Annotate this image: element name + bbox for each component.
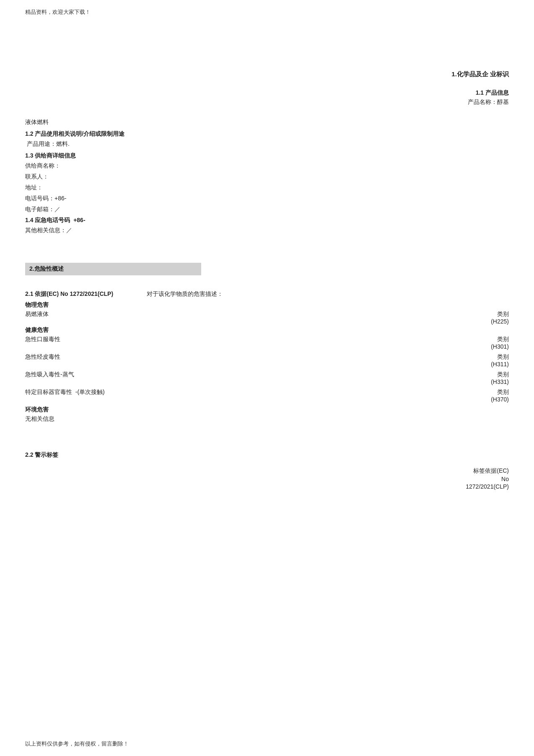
section2-title: 2.危险性概述 [25, 263, 201, 275]
acute-oral-category: 类别 (H301) [459, 336, 509, 350]
flammable-liquid-row: 易燃液体 类别 (H225) [25, 311, 509, 325]
contact-label: 联系人： [25, 173, 509, 181]
flammable-liquid-label: 易燃液体 [25, 311, 101, 325]
liquid-fuel: 液体燃料 [25, 119, 509, 126]
subsection21-right-text: 对于该化学物质的危害描述： [147, 290, 223, 298]
product-name-value: 醇基 [497, 98, 509, 105]
label-basis-label: 标签依据(EC) [473, 467, 509, 475]
acute-dermal-row: 急性经皮毒性 类别 (H311) [25, 353, 509, 368]
bottom-notice: 以上资料仅供参考，如有侵权，留言删除！ [25, 740, 129, 748]
acute-oral-label: 急性口服毒性 [25, 336, 101, 350]
stot-row: 特定目标器官毒性 -(单次接触) 类别 (H370) [25, 388, 509, 403]
subsection13-title: 1.3 供给商详细信息 [25, 152, 509, 160]
top-notice: 精品资料，欢迎大家下载！ [25, 8, 509, 16]
subsection21-title: 2.1 依据(EC) No 1272/2021(CLP) [25, 290, 113, 298]
supplier-name-label: 供给商名称： [25, 162, 509, 170]
address-label: 地址： [25, 184, 509, 192]
email-label: 电子邮箱：／ [25, 206, 509, 213]
other-info-label: 其他相关信息：／ [25, 227, 509, 234]
subsection12-title: 1.2 产品使用相关说明/介绍或限制用途 [25, 130, 509, 138]
subsection14-title: 1.4 应急电话号码 +86- [25, 217, 509, 224]
section11-title: 1.1 产品信息 [476, 89, 509, 97]
acute-inhalation-row: 急性吸入毒性-蒸气 类别 (H331) [25, 371, 509, 385]
stot-category: 类别 (H370) [459, 388, 509, 403]
product-name-line: 产品名称：醇基 [468, 98, 509, 106]
health-hazard-header: 健康危害 [25, 326, 509, 334]
env-hazard-header: 环境危害 [25, 406, 509, 414]
acute-oral-row: 急性口服毒性 类别 (H301) [25, 336, 509, 350]
stot-label: 特定目标器官毒性 -(单次接触) [25, 388, 105, 403]
label-no: No [501, 476, 509, 482]
label-standard: 1272/2021(CLP) [466, 483, 509, 490]
physical-hazard-header: 物理危害 [25, 301, 509, 309]
acute-dermal-category: 类别 (H311) [459, 353, 509, 368]
env-no-info: 无相关信息 [25, 415, 509, 423]
subsection22-title: 2.2 警示标签 [25, 451, 509, 459]
acute-inhalation-label: 急性吸入毒性-蒸气 [25, 371, 101, 385]
product-name-label: 产品名称： [468, 98, 497, 105]
phone-label: 电话号码：+86- [25, 195, 509, 202]
acute-inhalation-category: 类别 (H331) [459, 371, 509, 385]
section1-title: 1.化学品及企 业标识 [451, 70, 509, 78]
acute-dermal-label: 急性经皮毒性 [25, 353, 101, 368]
flammable-liquid-category: 类别 (H225) [459, 311, 509, 325]
subsection12-content: 产品用途：燃料. [25, 140, 509, 148]
